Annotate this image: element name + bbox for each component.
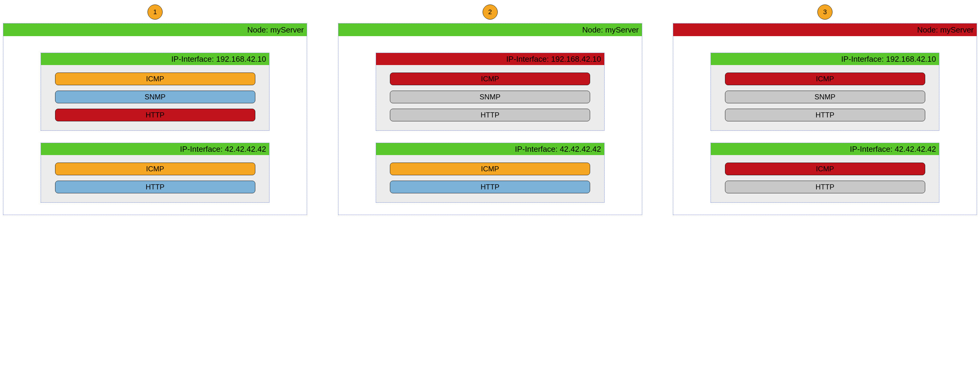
service-icmp: ICMP — [55, 73, 255, 85]
service-icmp: ICMP — [725, 163, 925, 175]
interface-box: IP-Interface: 42.42.42.42 ICMP HTTP — [711, 143, 939, 203]
service-http: HTTP — [55, 109, 255, 121]
interface-header: IP-Interface: 192.168.42.10 — [41, 53, 269, 65]
interface-box: IP-Interface: 192.168.42.10 ICMP SNMP HT… — [41, 53, 269, 131]
interface-list: IP-Interface: 192.168.42.10 ICMP SNMP HT… — [673, 53, 977, 203]
service-http: HTTP — [725, 109, 925, 121]
interface-box: IP-Interface: 42.42.42.42 ICMP HTTP — [376, 143, 605, 203]
diagram-canvas: 1 Node: myServer IP-Interface: 192.168.4… — [0, 0, 980, 383]
interface-header: IP-Interface: 192.168.42.10 — [711, 53, 939, 65]
scenario-2: 2 Node: myServer IP-Interface: 192.168.4… — [338, 5, 642, 374]
service-icmp: ICMP — [390, 73, 590, 85]
node-header: Node: myServer — [3, 24, 307, 36]
scenario-badge: 2 — [483, 5, 498, 19]
node-header: Node: myServer — [673, 24, 977, 36]
service-icmp: ICMP — [390, 163, 590, 175]
service-http: HTTP — [390, 109, 590, 121]
service-snmp: SNMP — [725, 91, 925, 103]
interface-header: IP-Interface: 42.42.42.42 — [376, 143, 604, 155]
interface-list: IP-Interface: 192.168.42.10 ICMP SNMP HT… — [339, 53, 642, 203]
service-list: ICMP SNMP HTTP — [376, 73, 604, 121]
node-box: Node: myServer IP-Interface: 192.168.42.… — [673, 23, 977, 215]
interface-header: IP-Interface: 42.42.42.42 — [41, 143, 269, 155]
node-box: Node: myServer IP-Interface: 192.168.42.… — [338, 23, 642, 215]
scenario-1: 1 Node: myServer IP-Interface: 192.168.4… — [3, 5, 307, 374]
interface-box: IP-Interface: 192.168.42.10 ICMP SNMP HT… — [376, 53, 605, 131]
interface-header: IP-Interface: 42.42.42.42 — [711, 143, 939, 155]
node-header: Node: myServer — [339, 24, 642, 36]
interface-box: IP-Interface: 42.42.42.42 ICMP HTTP — [41, 143, 269, 203]
interface-list: IP-Interface: 192.168.42.10 ICMP SNMP HT… — [3, 53, 307, 203]
service-snmp: SNMP — [390, 91, 590, 103]
scenario-badge: 3 — [818, 5, 832, 19]
service-http: HTTP — [725, 181, 925, 193]
service-list: ICMP SNMP HTTP — [711, 73, 939, 121]
service-icmp: ICMP — [55, 163, 255, 175]
service-icmp: ICMP — [725, 73, 925, 85]
service-http: HTTP — [390, 181, 590, 193]
service-http: HTTP — [55, 181, 255, 193]
scenario-3: 3 Node: myServer IP-Interface: 192.168.4… — [673, 5, 977, 374]
service-list: ICMP HTTP — [711, 163, 939, 193]
interface-header: IP-Interface: 192.168.42.10 — [376, 53, 604, 65]
scenario-badge: 1 — [148, 5, 162, 19]
service-list: ICMP SNMP HTTP — [41, 73, 269, 121]
node-box: Node: myServer IP-Interface: 192.168.42.… — [3, 23, 307, 215]
service-list: ICMP HTTP — [376, 163, 604, 193]
service-snmp: SNMP — [55, 91, 255, 103]
service-list: ICMP HTTP — [41, 163, 269, 193]
interface-box: IP-Interface: 192.168.42.10 ICMP SNMP HT… — [711, 53, 939, 131]
